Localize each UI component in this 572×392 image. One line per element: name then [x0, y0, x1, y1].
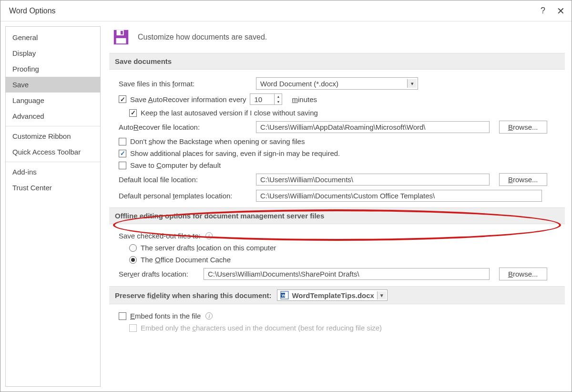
sidebar-item-add-ins[interactable]: Add-ins — [6, 164, 100, 180]
sidebar-item-label: Quick Access Toolbar — [12, 148, 81, 156]
sidebar-item-label: General — [12, 33, 38, 41]
content-header: Customize how documents are saved. — [109, 26, 565, 53]
autorecover-loc-label: AutoRecover file location: — [119, 123, 252, 131]
page-title: Customize how documents are saved. — [138, 33, 267, 41]
info-icon[interactable]: i — [205, 232, 213, 239]
word-document-icon: W — [280, 291, 289, 299]
sidebar-item-save[interactable]: Save — [6, 77, 100, 93]
keep-last-label: Keep the last autosaved version if I clo… — [141, 109, 318, 117]
main: General Display Proofing Save Language A… — [0, 21, 572, 392]
content-panel: Customize how documents are saved. Save … — [109, 26, 567, 387]
radio-office-cache[interactable] — [129, 256, 137, 264]
save-checked-out-label: Save checked-out files to: — [119, 232, 201, 240]
row-radio-server-drafts: The server drafts location on this compu… — [109, 242, 565, 254]
section-preserve-fidelity: Preserve fidelity when sharing this docu… — [109, 286, 565, 304]
browse-default-local-button[interactable]: Browse... — [499, 173, 547, 186]
radio-server-drafts-label: The server drafts location on this compu… — [141, 244, 276, 252]
keep-last-checkbox[interactable] — [129, 109, 137, 117]
chevron-down-icon: ▾ — [407, 79, 417, 88]
spinner-down-icon[interactable]: ▼ — [275, 99, 282, 104]
autorecover-checkbox[interactable] — [119, 95, 126, 103]
show-additional-checkbox[interactable] — [119, 150, 126, 157]
sidebar-item-label: Save — [12, 81, 29, 89]
sidebar-item-label: Advanced — [12, 112, 44, 120]
preserve-fidelity-label: Preserve fidelity when sharing this docu… — [115, 291, 271, 299]
server-drafts-label: Server drafts location: — [119, 270, 200, 278]
embed-fonts-label: Embed fonts in the file — [130, 312, 201, 320]
personal-templates-input[interactable]: C:\Users\William\Documents\Custom Office… — [256, 190, 542, 202]
sidebar-separator — [6, 126, 100, 126]
row-default-local: Default local file location: C:\Users\Wi… — [109, 171, 565, 188]
close-icon[interactable]: ✕ — [557, 5, 565, 17]
row-autorecover: Save AutoRecover information every ▲▼ mi… — [109, 92, 565, 107]
sidebar-item-customize-ribbon[interactable]: Customize Ribbon — [6, 128, 100, 144]
document-name: WordTemplateTips.docx — [292, 291, 374, 299]
sidebar-item-label: Display — [12, 49, 36, 57]
embed-fonts-checkbox[interactable] — [119, 312, 126, 320]
svg-text:W: W — [282, 293, 286, 298]
autorecover-minutes-input[interactable] — [250, 94, 274, 104]
sidebar-item-label: Trust Center — [12, 184, 52, 192]
sidebar: General Display Proofing Save Language A… — [5, 26, 101, 387]
document-select[interactable]: W WordTemplateTips.docx ▾ — [277, 289, 388, 301]
save-format-value: Word Document (*.docx) — [260, 80, 338, 88]
sidebar-item-display[interactable]: Display — [6, 45, 100, 61]
section-save-documents: Save documents — [109, 53, 565, 70]
sidebar-item-general[interactable]: General — [6, 30, 100, 45]
sidebar-item-advanced[interactable]: Advanced — [6, 108, 100, 124]
server-drafts-input[interactable]: C:\Users\William\Documents\SharePoint Dr… — [204, 268, 490, 280]
save-format-select[interactable]: Word Document (*.docx) ▾ — [256, 77, 418, 90]
chevron-down-icon: ▾ — [377, 291, 386, 299]
row-save-checked-out: Save checked-out files to: i — [109, 230, 565, 242]
row-show-additional: Show additional places for saving, even … — [109, 147, 565, 159]
row-embed-fonts: Embed fonts in the file i — [109, 310, 565, 322]
info-icon[interactable]: i — [205, 312, 213, 320]
personal-templates-label: Default personal templates location: — [119, 192, 252, 200]
spinner-up-icon[interactable]: ▲ — [275, 94, 282, 99]
autorecover-minutes-spinner[interactable]: ▲▼ — [250, 93, 282, 105]
sidebar-item-trust-center[interactable]: Trust Center — [6, 180, 100, 196]
row-save-computer: Save to Computer by default — [109, 159, 565, 171]
window-title: Word Options — [9, 7, 56, 15]
titlebar: Word Options ? ✕ — [0, 0, 572, 21]
row-autorecover-location: AutoRecover file location: C:\Users\Will… — [109, 119, 565, 135]
save-computer-label: Save to Computer by default — [130, 161, 221, 169]
row-save-format: Save files in this format: Word Document… — [109, 75, 565, 92]
show-additional-label: Show additional places for saving, even … — [130, 149, 340, 157]
sidebar-item-label: Customize Ribbon — [12, 132, 71, 140]
autorecover-unit: minutes — [292, 95, 317, 103]
row-embed-only-chars: Embed only the characters used in the do… — [109, 322, 565, 334]
radio-office-cache-label: The Office Document Cache — [141, 256, 231, 264]
default-local-label: Default local file location: — [119, 175, 252, 184]
save-computer-checkbox[interactable] — [119, 162, 126, 169]
autorecover-label: Save AutoRecover information every — [130, 95, 246, 103]
backstage-checkbox[interactable] — [119, 138, 126, 145]
sidebar-item-label: Language — [12, 96, 44, 104]
svg-rect-2 — [121, 31, 123, 35]
save-icon — [112, 28, 130, 46]
sidebar-item-proofing[interactable]: Proofing — [6, 61, 100, 77]
sidebar-separator — [6, 162, 100, 162]
row-server-drafts-location: Server drafts location: C:\Users\William… — [109, 266, 565, 282]
sidebar-item-label: Proofing — [12, 65, 39, 73]
browse-autorecover-button[interactable]: Browse... — [499, 121, 547, 134]
row-personal-templates: Default personal templates location: C:\… — [109, 188, 565, 204]
section-offline: Offline editing options for document man… — [109, 207, 565, 224]
browse-server-drafts-button[interactable]: Browse... — [499, 268, 547, 280]
embed-only-chars-checkbox — [129, 324, 137, 332]
backstage-label: Don't show the Backstage when opening or… — [130, 137, 305, 145]
row-dont-show-backstage: Don't show the Backstage when opening or… — [109, 135, 565, 147]
row-radio-office-cache: The Office Document Cache — [109, 254, 565, 266]
save-format-label: Save files in this format: — [119, 80, 252, 88]
sidebar-item-language[interactable]: Language — [6, 93, 100, 108]
svg-rect-3 — [116, 38, 126, 43]
sidebar-item-label: Add-ins — [12, 168, 37, 176]
radio-server-drafts[interactable] — [129, 244, 137, 252]
row-keep-last: Keep the last autosaved version if I clo… — [109, 107, 565, 119]
default-local-input[interactable]: C:\Users\William\Documents\ — [256, 174, 490, 186]
autorecover-loc-input[interactable]: C:\Users\William\AppData\Roaming\Microso… — [256, 121, 490, 133]
sidebar-item-quick-access-toolbar[interactable]: Quick Access Toolbar — [6, 144, 100, 160]
embed-only-chars-label: Embed only the characters used in the do… — [141, 324, 382, 332]
help-icon[interactable]: ? — [541, 6, 545, 16]
